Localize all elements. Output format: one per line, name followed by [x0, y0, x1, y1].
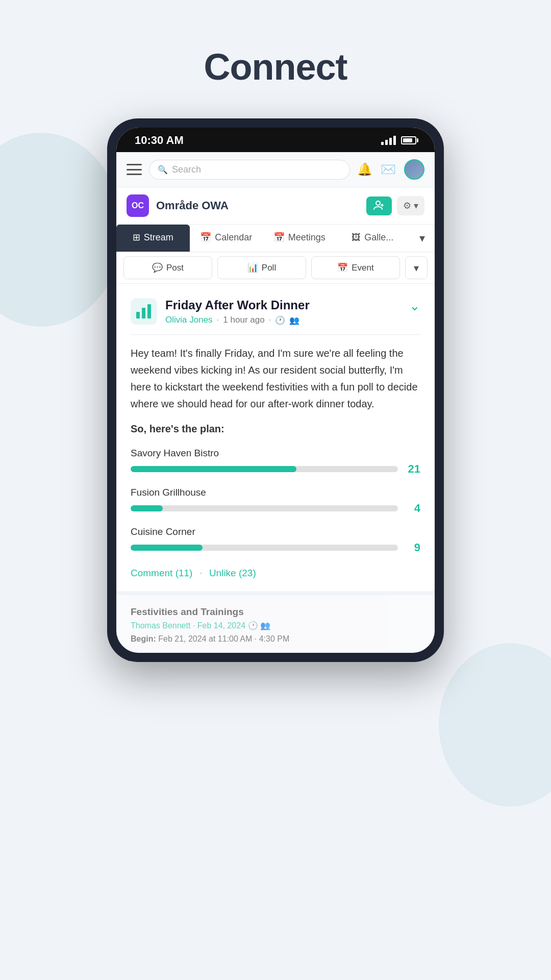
status-bar: 10:30 AM [116, 128, 435, 152]
tab-meetings[interactable]: 📅 Meetings [263, 225, 336, 252]
stream-grid-icon: ⊞ [133, 232, 140, 243]
poll-option-3-label: Cuisine Corner [131, 526, 420, 537]
phone-shell: 10:30 AM [107, 118, 444, 662]
battery-fill [403, 138, 412, 142]
meetings-icon: 📅 [273, 232, 285, 243]
clock-icon: 🕐 [275, 315, 285, 325]
card-divider [131, 334, 420, 335]
poll-bar-track-1 [131, 466, 398, 472]
event-label: Event [352, 263, 373, 273]
settings-button[interactable]: ⚙ ▾ [397, 196, 424, 215]
unlike-link[interactable]: Unlike (23) [209, 568, 256, 579]
event-icon: 📅 [337, 262, 348, 273]
svg-rect-2 [147, 304, 151, 318]
chevron-down-icon[interactable]: ⌄ [409, 298, 420, 314]
tab-more-button[interactable]: ▾ [409, 225, 435, 252]
card-icons-row: 🕐 👥 [275, 315, 299, 325]
blob-right [439, 643, 551, 806]
card-author[interactable]: Olivia Jones [165, 315, 213, 325]
group-header: OC Område OWA ⚙ ▾ [116, 187, 435, 225]
mail-icon[interactable]: ✉️ [381, 162, 396, 177]
app-header: 🔍 Search 🔔 ✉️ [116, 152, 435, 187]
poll-bar-row-1: 21 [131, 462, 420, 476]
group-icon: 👥 [289, 315, 299, 325]
next-card-title: Festivities and Trainings [131, 606, 420, 618]
poll-button[interactable]: 📊 Poll [217, 256, 306, 279]
phone-screen: 10:30 AM [116, 128, 435, 653]
header-icons: 🔔 ✉️ [357, 159, 424, 180]
card-footer: Comment (11) · Unlike (23) [131, 568, 420, 579]
blob-left [0, 133, 122, 327]
poll-option-1-label: Savory Haven Bistro [131, 448, 420, 459]
group-left: OC Område OWA [127, 194, 229, 217]
poll-option-2[interactable]: Fusion Grillhouse 4 [131, 487, 420, 515]
svg-rect-0 [136, 312, 140, 318]
next-card-group-icon: 👥 [260, 621, 270, 630]
next-card-date-posted: Feb 14, 2024 [197, 621, 245, 630]
tab-meetings-label: Meetings [288, 232, 325, 243]
avatar[interactable] [404, 159, 424, 180]
poll-bar-fill-1 [131, 466, 296, 472]
poll-count-2: 4 [405, 502, 420, 515]
post-button[interactable]: 💬 Post [123, 256, 212, 279]
join-group-button[interactable] [366, 197, 392, 215]
card-header: Friday After Work Dinner Olivia Jones · … [131, 298, 420, 325]
poll-count-3: 9 [405, 541, 420, 554]
next-card-meta: Thomas Bennett · Feb 14, 2024 🕐 👥 [131, 621, 420, 630]
poll-option-3[interactable]: Cuisine Corner 9 [131, 526, 420, 554]
svg-rect-1 [142, 308, 145, 318]
card-dot: · [217, 315, 219, 325]
search-bar[interactable]: 🔍 Search [149, 160, 350, 180]
tab-calendar-label: Calendar [215, 232, 252, 243]
status-time: 10:30 AM [135, 134, 184, 147]
battery-icon [401, 136, 416, 144]
card-body-plan: So, here's the plan: [131, 421, 420, 437]
card-body-intro: Hey team! It's finally Friday, and I'm s… [131, 348, 418, 409]
group-name: Område OWA [156, 199, 229, 212]
feed-card: Friday After Work Dinner Olivia Jones · … [116, 284, 435, 595]
card-sep: · [269, 315, 271, 325]
card-meta: Friday After Work Dinner Olivia Jones · … [165, 298, 310, 325]
post-label: Post [166, 263, 184, 273]
bell-icon[interactable]: 🔔 [357, 162, 372, 177]
poll-count-1: 21 [405, 462, 420, 476]
tab-stream[interactable]: ⊞ Stream [116, 225, 190, 252]
calendar-icon: 📅 [200, 232, 211, 243]
next-card-begin-value: Feb 21, 2024 at 11:00 AM · 4:30 PM [158, 634, 289, 643]
status-icons [381, 136, 416, 145]
card-time: 1 hour ago [223, 315, 264, 325]
next-card-author: Thomas Bennett [131, 621, 190, 630]
action-more-button[interactable]: ▾ [405, 256, 428, 279]
next-card-preview: Festivities and Trainings Thomas Bennett… [116, 595, 435, 653]
chart-icon [131, 298, 157, 325]
card-header-left: Friday After Work Dinner Olivia Jones · … [131, 298, 310, 325]
next-card-clock-icon: 🕐 [248, 621, 260, 630]
next-card-date: Begin: Feb 21, 2024 at 11:00 AM · 4:30 P… [131, 634, 420, 644]
search-icon: 🔍 [158, 165, 168, 175]
action-bar: 💬 Post 📊 Poll 📅 Event ▾ [116, 252, 435, 284]
poll-bar-row-2: 4 [131, 502, 420, 515]
poll-option-1[interactable]: Savory Haven Bistro 21 [131, 448, 420, 476]
post-icon: 💬 [152, 262, 163, 273]
event-button[interactable]: 📅 Event [311, 256, 400, 279]
comment-link[interactable]: Comment (11) [131, 568, 192, 579]
hamburger-icon[interactable] [127, 164, 142, 175]
poll-option-2-label: Fusion Grillhouse [131, 487, 420, 498]
footer-sep: · [199, 569, 202, 578]
page-title: Connect [204, 46, 347, 88]
signal-bars-icon [381, 136, 396, 145]
poll-bar-fill-2 [131, 505, 163, 511]
tab-stream-label: Stream [144, 232, 173, 243]
card-body: Hey team! It's finally Friday, and I'm s… [131, 345, 420, 437]
card-subtitle: Olivia Jones · 1 hour ago · 🕐 👥 [165, 315, 310, 325]
tab-calendar[interactable]: 📅 Calendar [190, 225, 263, 252]
poll-label: Poll [262, 263, 276, 273]
poll-options: Savory Haven Bistro 21 Fusion Grillhouse [131, 448, 420, 554]
poll-icon: 📊 [247, 262, 258, 273]
group-actions: ⚙ ▾ [366, 196, 424, 215]
phone-wrapper: 10:30 AM [107, 118, 444, 662]
group-logo: OC [127, 194, 149, 217]
tab-gallery-label: Galle... [364, 232, 393, 243]
nav-tabs: ⊞ Stream 📅 Calendar 📅 Meetings 🖼 Galle..… [116, 225, 435, 252]
tab-gallery[interactable]: 🖼 Galle... [336, 225, 410, 252]
